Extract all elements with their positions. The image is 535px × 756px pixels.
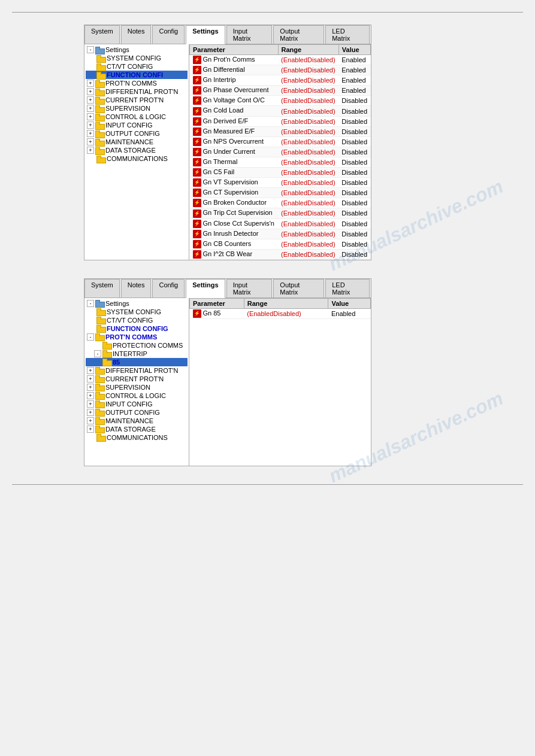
tree-item-diff-protn-2[interactable]: + DIFFERENTIAL PROT'N <box>86 366 188 375</box>
expand-diff-protn-1[interactable]: + <box>87 88 94 95</box>
param-name-under-current: Gn Under Current <box>203 148 255 155</box>
tab-settings-1[interactable]: Settings <box>186 25 225 44</box>
tree-item-output-config-1[interactable]: + OUTPUT CONFIG <box>86 129 188 138</box>
param-range-derived-ef: (EnabledDisabled) <box>281 118 335 125</box>
tree-label-input-config-2: INPUT CONFIG <box>105 400 153 408</box>
param-value-under-current: Disabled <box>341 148 367 156</box>
tree-label-maintenance-2: MAINTENANCE <box>105 417 153 424</box>
expand-supervision-2[interactable]: + <box>87 384 94 391</box>
tree-root-1[interactable]: - Settings <box>86 45 188 54</box>
tree-item-function-config-1[interactable]: FUNCTION CONFI <box>86 71 188 79</box>
tree-item-control-logic-2[interactable]: + CONTROL & LOGIC <box>86 391 188 400</box>
expand-root-2[interactable]: - <box>87 300 94 307</box>
tree-item-current-protn-1[interactable]: + CURRENT PROT'N <box>86 96 188 104</box>
tree-item-data-storage-2[interactable]: + DATA STORAGE <box>86 425 188 433</box>
param-name-i2t-wear: Gn I^2t CB Wear <box>203 250 253 257</box>
param-row-protn-comms: ⚡Gn Prot'n Comms (EnabledDisabled) Enabl… <box>190 55 371 65</box>
expand-output-config-2[interactable]: + <box>87 409 94 416</box>
param-name-ct-supervision: Gn CT Supervision <box>203 189 259 196</box>
tab-config-1[interactable]: Config <box>152 25 185 44</box>
tree-label-protn-comms-1: PROT'N COMMS <box>105 80 157 87</box>
tab-led-matrix-2[interactable]: LED Matrix <box>325 279 370 297</box>
tab-input-matrix-1[interactable]: Input Matrix <box>226 25 273 44</box>
tree-item-current-protn-2[interactable]: + CURRENT PROT'N <box>86 375 188 383</box>
expand-output-config-1[interactable]: + <box>87 130 94 137</box>
tree-item-ctvt-2[interactable]: CT/VT CONFIG <box>86 316 188 324</box>
expand-control-logic-1[interactable]: + <box>87 113 94 120</box>
folder-icon-output-config-1 <box>95 130 104 137</box>
tree-item-input-config-1[interactable]: + INPUT CONFIG <box>86 121 188 129</box>
tree-item-supervision-2[interactable]: + SUPERVISION <box>86 383 188 391</box>
tree-item-ctvt-1[interactable]: CT/VT CONFIG <box>86 62 188 71</box>
tree-item-protn-comms-2[interactable]: - PROT'N COMMS <box>86 333 188 341</box>
param-row-intertrip: ⚡Gn Intertrip (EnabledDisabled) Enabled <box>190 75 371 86</box>
param-range-phase-oc: (EnabledDisabled) <box>281 87 335 94</box>
expand-protn-comms-2[interactable]: - <box>87 333 94 341</box>
expand-maintenance-2[interactable]: + <box>87 417 94 424</box>
param-value-gn85: Enabled <box>331 310 355 317</box>
tree-item-maintenance-2[interactable]: + MAINTENANCE <box>86 417 188 425</box>
expand-supervision-1[interactable]: + <box>87 105 94 112</box>
tree-pane-2: - Settings SYSTEM CONFIG CT/VT CO <box>84 298 189 466</box>
expand-current-protn-1[interactable]: + <box>87 96 94 104</box>
param-row-cb-counters: ⚡Gn CB Counters (EnabledDisabled) Disabl… <box>190 239 371 249</box>
param-range-inrush: (EnabledDisabled) <box>281 230 335 238</box>
expand-maintenance-1[interactable]: + <box>87 138 94 145</box>
expand-input-config-1[interactable]: + <box>87 122 94 129</box>
tree-item-protection-comms-2[interactable]: PROTECTION COMMS <box>86 341 188 350</box>
tree-root-2[interactable]: - Settings <box>86 299 188 308</box>
tree-item-function-config-2[interactable]: FUNCTION CONFIG <box>86 324 188 333</box>
tree-label-protn-comms-2: PROT'N COMMS <box>105 333 157 341</box>
folder-icon-protn-comms-1 <box>95 80 104 87</box>
param-icon-broken-conductor: ⚡ <box>193 199 201 207</box>
expand-current-protn-2[interactable]: + <box>87 375 94 382</box>
param-icon-cb-counters: ⚡ <box>193 240 201 248</box>
tree-item-data-storage-1[interactable]: + DATA STORAGE <box>86 146 188 154</box>
params-col-parameter-2: Parameter <box>190 298 244 308</box>
param-icon-intertrip: ⚡ <box>193 76 201 84</box>
param-name-voltage-cont: Gn Voltage Cont O/C <box>203 96 265 104</box>
tree-item-supervision-1[interactable]: + SUPERVISION <box>86 104 188 113</box>
tree-item-output-config-2[interactable]: + OUTPUT CONFIG <box>86 408 188 417</box>
tab-system-1[interactable]: System <box>84 25 120 44</box>
tree-item-intertrip-2[interactable]: - INTERTRIP <box>86 350 188 358</box>
expand-intertrip-2[interactable]: - <box>94 350 101 357</box>
tree-item-85[interactable]: 85 <box>86 358 188 366</box>
expand-data-storage-1[interactable]: + <box>87 147 94 154</box>
expand-diff-protn-2[interactable]: + <box>87 367 94 374</box>
param-row-ct-supervision: ⚡Gn CT Supervision (EnabledDisabled) Dis… <box>190 188 371 198</box>
tree-item-maintenance-1[interactable]: + MAINTENANCE <box>86 138 188 146</box>
folder-icon-data-storage-2 <box>95 426 104 432</box>
param-value-nps-oc: Disabled <box>341 138 367 145</box>
folder-icon-control-logic-2 <box>95 392 104 399</box>
tab-notes-1[interactable]: Notes <box>121 25 152 44</box>
tree-label-system-config-2: SYSTEM CONFIG <box>107 308 161 315</box>
bottom-rule <box>12 484 523 485</box>
tab-input-matrix-2[interactable]: Input Matrix <box>226 279 273 297</box>
tree-item-communications-2[interactable]: COMMUNICATIONS <box>86 433 188 442</box>
tree-item-system-config-2[interactable]: SYSTEM CONFIG <box>86 308 188 316</box>
tree-item-diff-protn-1[interactable]: + DIFFERENTIAL PROT'N <box>86 87 188 96</box>
tab-output-matrix-1[interactable]: Output Matrix <box>273 25 324 44</box>
tab-output-matrix-2[interactable]: Output Matrix <box>273 279 324 297</box>
tree-item-control-logic-1[interactable]: + CONTROL & LOGIC <box>86 113 188 121</box>
expand-control-logic-2[interactable]: + <box>87 392 94 399</box>
tab-settings-2[interactable]: Settings <box>186 279 225 298</box>
tree-item-communications-1[interactable]: COMMUNICATIONS <box>86 154 188 163</box>
tree-item-input-config-2[interactable]: + INPUT CONFIG <box>86 400 188 408</box>
tree-item-system-config-1[interactable]: SYSTEM CONFIG <box>86 54 188 62</box>
expand-protn-comms-1[interactable]: + <box>87 80 94 87</box>
tab-led-matrix-1[interactable]: LED Matrix <box>325 25 370 44</box>
expand-root-1[interactable]: - <box>87 46 94 53</box>
tree-item-protn-comms-1[interactable]: + PROT'N COMMS <box>86 79 188 87</box>
tab-system-2[interactable]: System <box>84 279 120 297</box>
tree-label-communications-1: COMMUNICATIONS <box>107 155 168 162</box>
folder-icon-system-config-2 <box>96 308 105 315</box>
expand-input-config-2[interactable]: + <box>87 400 94 408</box>
param-row-cold-load: ⚡Gn Cold Load (EnabledDisabled) Disabled <box>190 106 371 116</box>
params-col-range-2: Range <box>244 298 328 308</box>
folder-icon-control-logic-1 <box>95 114 104 120</box>
tab-notes-2[interactable]: Notes <box>121 279 152 297</box>
expand-data-storage-2[interactable]: + <box>87 426 94 433</box>
tab-config-2[interactable]: Config <box>152 279 185 297</box>
